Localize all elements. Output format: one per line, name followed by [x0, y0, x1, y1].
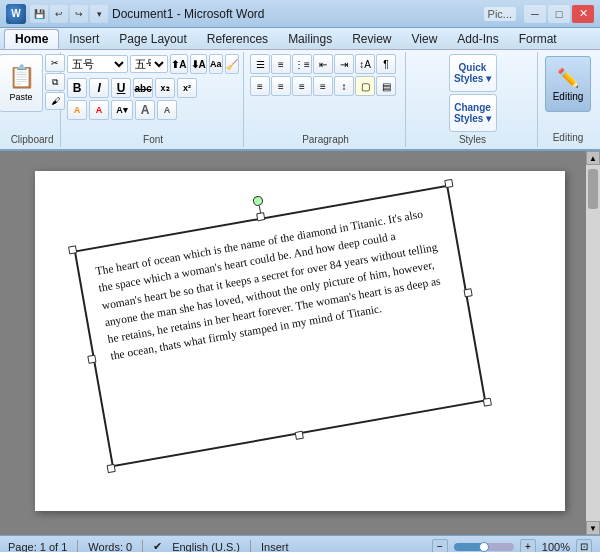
pic-label: Pic... — [484, 7, 516, 21]
handle-top-middle[interactable] — [256, 212, 265, 221]
tab-format[interactable]: Format — [509, 29, 567, 49]
language-label: English (U.S.) — [172, 541, 240, 553]
font-name-row: 五号 五号 12 14 ⬆A ⬇A Aa 🧹 — [67, 54, 239, 74]
editing-icon: ✏️ — [557, 67, 579, 89]
tab-view[interactable]: View — [402, 29, 448, 49]
font-size-up-button[interactable]: A — [135, 100, 155, 120]
scroll-up-button[interactable]: ▲ — [586, 151, 600, 165]
increase-indent-button[interactable]: ⇥ — [334, 54, 354, 74]
underline-button[interactable]: U — [111, 78, 131, 98]
font-size-down-button[interactable]: A — [157, 100, 177, 120]
tab-insert[interactable]: Insert — [59, 29, 109, 49]
handle-top-left[interactable] — [68, 245, 77, 254]
zoom-slider[interactable] — [454, 543, 514, 551]
line-spacing-button[interactable]: ↕ — [334, 76, 354, 96]
clear-format-button[interactable]: 🧹 — [225, 54, 239, 74]
tab-review[interactable]: Review — [342, 29, 401, 49]
multilevel-list-button[interactable]: ⋮≡ — [292, 54, 312, 74]
zoom-slider-thumb[interactable] — [479, 542, 489, 552]
sort-button[interactable]: ↕A — [355, 54, 375, 74]
superscript-button[interactable]: x² — [177, 78, 197, 98]
vertical-scrollbar[interactable]: ▲ ▼ — [586, 151, 600, 535]
justify-button[interactable]: ≡ — [313, 76, 333, 96]
numbered-list-button[interactable]: ≡ — [271, 54, 291, 74]
paste-icon: 📋 — [8, 64, 35, 90]
paste-button[interactable]: 📋 Paste — [0, 54, 43, 112]
insert-label: Insert — [261, 541, 289, 553]
quick-access-toolbar: 💾 ↩ ↪ ▾ — [30, 5, 108, 23]
text-box[interactable]: The heart of ocean which is the name of … — [74, 185, 486, 468]
shading-button[interactable]: ▢ — [355, 76, 375, 96]
bullet-list-button[interactable]: ☰ — [250, 54, 270, 74]
maximize-button[interactable]: □ — [548, 5, 570, 23]
tab-page-layout[interactable]: Page Layout — [109, 29, 196, 49]
copy-button[interactable]: ⧉ — [45, 73, 65, 91]
styles-content: QuickStyles ▾ ChangeStyles ▾ — [449, 54, 497, 132]
handle-bottom-left[interactable] — [107, 464, 116, 473]
tab-references[interactable]: References — [197, 29, 278, 49]
font-group: 五号 五号 12 14 ⬆A ⬇A Aa 🧹 B I U abc x₂ x² — [63, 52, 244, 147]
dropdown-button[interactable]: ▾ — [90, 5, 108, 23]
format-painter-button[interactable]: 🖌 — [45, 92, 65, 110]
ribbon-tabs: Home Insert Page Layout References Maili… — [0, 28, 600, 50]
font-color2-button[interactable]: A▾ — [111, 100, 133, 120]
strikethrough-button[interactable]: abc — [133, 78, 153, 98]
bold-button[interactable]: B — [67, 78, 87, 98]
quick-styles-button[interactable]: QuickStyles ▾ — [449, 54, 497, 92]
font-color-button[interactable]: A — [89, 100, 109, 120]
font-size-select[interactable]: 五号 12 14 — [130, 55, 168, 73]
undo-button[interactable]: ↩ — [50, 5, 68, 23]
align-left-button[interactable]: ≡ — [250, 76, 270, 96]
change-case-button[interactable]: Aa — [209, 54, 223, 74]
handle-top-right[interactable] — [444, 179, 453, 188]
page-count: Page: 1 of 1 — [8, 541, 67, 553]
show-para-button[interactable]: ¶ — [376, 54, 396, 74]
ribbon: 📋 Paste ✂ ⧉ 🖌 Clipboard 五号 五号 12 14 — [0, 50, 600, 151]
decrease-indent-button[interactable]: ⇤ — [313, 54, 333, 74]
handle-middle-left[interactable] — [87, 355, 96, 364]
styles-group: QuickStyles ▾ ChangeStyles ▾ Styles — [408, 52, 538, 147]
word-count: Words: 0 — [88, 541, 132, 553]
title-bar: W 💾 ↩ ↪ ▾ Document1 - Microsoft Word Pic… — [0, 0, 600, 28]
grow-font-button[interactable]: ⬆A — [170, 54, 187, 74]
editing-label: Editing — [553, 91, 584, 102]
tab-mailings[interactable]: Mailings — [278, 29, 342, 49]
text-box-container[interactable]: The heart of ocean which is the name of … — [74, 185, 486, 468]
subscript-button[interactable]: x₂ — [155, 78, 175, 98]
zoom-fit-button[interactable]: ⊡ — [576, 539, 592, 553]
minimize-button[interactable]: ─ — [524, 5, 546, 23]
cut-button[interactable]: ✂ — [45, 54, 65, 72]
handle-bottom-right[interactable] — [483, 398, 492, 407]
shrink-font-button[interactable]: ⬇A — [190, 54, 207, 74]
status-sep-1 — [77, 540, 78, 553]
align-right-button[interactable]: ≡ — [292, 76, 312, 96]
tab-home[interactable]: Home — [4, 29, 59, 49]
scroll-thumb[interactable] — [588, 169, 598, 209]
rotate-handle[interactable] — [252, 195, 264, 207]
change-styles-button[interactable]: ChangeStyles ▾ — [449, 94, 497, 132]
italic-button[interactable]: I — [89, 78, 109, 98]
font-label: Font — [143, 132, 163, 145]
page: The heart of ocean which is the name of … — [35, 171, 565, 511]
spell-check-icon[interactable]: ✔ — [153, 540, 162, 552]
redo-button[interactable]: ↪ — [70, 5, 88, 23]
save-button[interactable]: 💾 — [30, 5, 48, 23]
status-right: − + 100% ⊡ — [432, 539, 592, 553]
close-button[interactable]: ✕ — [572, 5, 594, 23]
highlight-button[interactable]: A — [67, 100, 87, 120]
zoom-level: 100% — [542, 541, 570, 553]
handle-bottom-middle[interactable] — [295, 431, 304, 440]
handle-middle-right[interactable] — [463, 288, 472, 297]
font-name-select[interactable]: 五号 — [67, 55, 128, 73]
border-button[interactable]: ▤ — [376, 76, 396, 96]
font-format-row: B I U abc x₂ x² — [67, 78, 239, 98]
zoom-in-button[interactable]: + — [520, 539, 536, 553]
editing-group-label: Editing — [553, 130, 584, 143]
list-buttons-row: ☰ ≡ ⋮≡ ⇤ ⇥ ↕A ¶ — [250, 54, 401, 74]
editing-button[interactable]: ✏️ Editing — [545, 56, 591, 112]
tab-add-ins[interactable]: Add-Ins — [447, 29, 508, 49]
zoom-out-button[interactable]: − — [432, 539, 448, 553]
scroll-down-button[interactable]: ▼ — [586, 521, 600, 535]
align-center-button[interactable]: ≡ — [271, 76, 291, 96]
title-left: W 💾 ↩ ↪ ▾ Document1 - Microsoft Word — [6, 4, 265, 24]
